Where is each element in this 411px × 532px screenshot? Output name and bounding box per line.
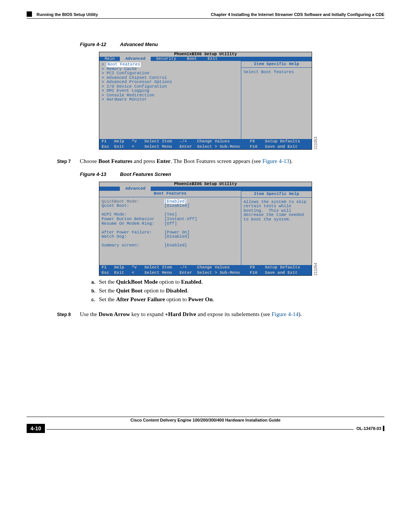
bios-tabs: Main Advanced bbox=[99, 187, 312, 191]
bios-help-panel: Item Specific Help Select Boot features bbox=[241, 61, 312, 139]
step-8: Step 8 Use the Down Arrow key to expand … bbox=[57, 311, 384, 318]
figure-caption-13: Figure 4-13Boot Features Screen bbox=[80, 171, 384, 177]
bios-help-panel: Item Specific Help Allows the system to … bbox=[241, 191, 312, 265]
bios-menu-item: > Hardware Monitor bbox=[102, 97, 239, 102]
running-head: Running the BIOS Setup Utility bbox=[37, 12, 98, 17]
bios-title: PhoenixBIOS Setup Utility bbox=[99, 182, 312, 187]
step-label: Step 7 bbox=[57, 159, 78, 164]
bios-menu-left: > Boot Features> Memory Cache> PCI Confi… bbox=[99, 61, 241, 139]
figure-title: Boot Features Screen bbox=[120, 171, 171, 177]
bios-footer-keys-1: F1 Help ^v Select Item -/+ Change Values… bbox=[99, 265, 312, 270]
tab-security: Security bbox=[151, 57, 182, 61]
bios-footer-keys-2: Esc Exit < Select Menu Enter Select > Su… bbox=[99, 270, 312, 276]
substep-a: a.Set the QuickBoot Mode option to Enabl… bbox=[91, 279, 384, 285]
bios-setting-row: Watch Dog:[Disabled] bbox=[102, 235, 239, 239]
figure-title: Advanced Menu bbox=[120, 42, 158, 47]
footer-end-block-icon bbox=[383, 426, 384, 431]
step-7: Step 7 Choose Boot Features and press En… bbox=[57, 158, 384, 165]
tab-advanced: Advanced bbox=[120, 57, 151, 61]
page-header: Running the BIOS Setup Utility Chapter 4… bbox=[27, 11, 384, 17]
header-rule bbox=[27, 18, 384, 19]
bios-help-text: Select Boot features bbox=[244, 70, 309, 75]
figure-side-number: 211053 bbox=[314, 137, 318, 149]
xref-fig-4-14[interactable]: Figure 4-14 bbox=[272, 311, 298, 317]
bios-menu-left: Boot Features QuickBoot Mode:[Enabled]Qu… bbox=[99, 191, 241, 265]
tab-advanced: Advanced bbox=[120, 187, 151, 191]
bios-setting-row: Resume On Modem Ring:[Off] bbox=[102, 222, 239, 226]
figure-side-number: 211054 bbox=[314, 263, 318, 275]
header-block-icon bbox=[27, 11, 32, 17]
substep-c: c.Set the After Power Failure option to … bbox=[91, 296, 384, 303]
footer-rule bbox=[46, 429, 354, 430]
bios-panel-title: Boot Features bbox=[99, 191, 241, 197]
bios-figure-13: PhoenixBIOS Setup Utility Main Advanced … bbox=[99, 182, 312, 276]
bios-footer-keys-2: Esc Exit < Select Menu Enter Select > Su… bbox=[99, 144, 312, 150]
substep-b: b.Set the Quiet Boot option to Disabled. bbox=[91, 288, 384, 294]
bios-menu-item: > Boot Features bbox=[102, 62, 239, 67]
bios-setting-row: Quiet Boot:[Disabled] bbox=[102, 204, 239, 208]
bios-setting-row: Power Button Behavior[Instant-Off] bbox=[102, 217, 239, 222]
bios-figure-12: PhoenixBIOS Setup Utility MainAdvancedSe… bbox=[99, 52, 312, 150]
tab-boot: Boot bbox=[182, 57, 202, 61]
step-label: Step 8 bbox=[57, 312, 78, 317]
figure-label: Figure 4-12 bbox=[80, 42, 106, 47]
xref-fig-4-13[interactable]: Figure 4-13 bbox=[263, 158, 289, 164]
chapter-head: Chapter 4 Installing the Internet Stream… bbox=[211, 12, 384, 17]
footer-guide-title: Cisco Content Delivery Engine 100/200/30… bbox=[27, 417, 384, 424]
bios-help-title: Item Specific Help bbox=[241, 191, 312, 198]
bios-tabs: MainAdvancedSecurityBootExit bbox=[99, 57, 312, 61]
bios-footer-keys-1: F1 Help ^v Select Item -/+ Change Values… bbox=[99, 139, 312, 144]
bios-menu-item: > PCI Configuration bbox=[102, 71, 239, 76]
figure-caption-12: Figure 4-12Advanced Menu bbox=[80, 42, 384, 47]
bios-help-text: Allows the system to skip certain tests … bbox=[244, 200, 309, 222]
bios-title: PhoenixBIOS Setup Utility bbox=[99, 52, 312, 57]
bios-help-title: Item Specific Help bbox=[241, 61, 312, 68]
page-number: 4-10 bbox=[27, 424, 45, 433]
bios-setting-row bbox=[102, 226, 239, 230]
footer-doc-id: OL-13478-03 bbox=[355, 426, 383, 431]
bios-setting-row: Summary screen:[Enabled] bbox=[102, 243, 239, 248]
substep-list: a.Set the QuickBoot Mode option to Enabl… bbox=[91, 279, 384, 303]
tab-main: Main bbox=[99, 57, 120, 61]
page-footer: Cisco Content Delivery Engine 100/200/30… bbox=[27, 417, 384, 433]
tab-exit: Exit bbox=[202, 57, 223, 61]
figure-label: Figure 4-13 bbox=[80, 171, 106, 177]
